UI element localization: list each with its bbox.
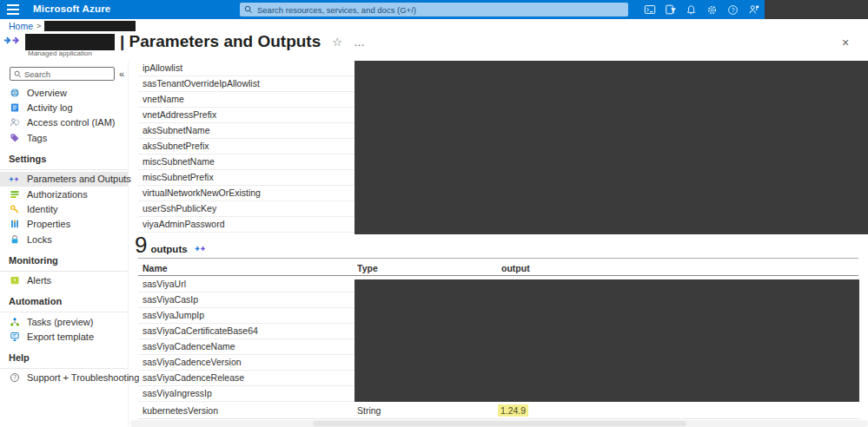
svg-text:?: ? xyxy=(732,6,735,12)
parameter-row: virtualNetworkNewOrExisting xyxy=(138,186,354,201)
search-icon xyxy=(14,66,24,82)
parameter-row: miscSubnetPrefix xyxy=(138,170,354,186)
output-row-kubernetes-version: kubernetesVersion String 1.24.9 xyxy=(138,402,859,419)
managed-application-icon xyxy=(3,33,22,51)
sidebar-section-monitoring: Monitoring xyxy=(0,247,128,269)
activity-log-icon xyxy=(9,102,20,114)
parameters-table: ipAllowlist sasTenantOverrideIpAllowlist… xyxy=(138,61,354,233)
sidebar-section-settings: Settings xyxy=(0,146,128,168)
parameter-name: virtualNetworkNewOrExisting xyxy=(142,187,261,198)
parameter-name: vnetName xyxy=(142,94,184,104)
sidebar-item-label: Access control (IAM) xyxy=(27,117,115,128)
sidebar-search-box[interactable] xyxy=(10,67,115,81)
settings-gear-icon[interactable] xyxy=(706,3,719,16)
sidebar-item-properties[interactable]: Properties xyxy=(0,217,128,232)
output-name: sasViyaIngressIp xyxy=(142,388,212,398)
tags-icon xyxy=(9,132,20,143)
locks-icon xyxy=(9,233,20,245)
output-row: sasViyaJumpIp xyxy=(138,308,354,324)
output-value-highlighted: 1.24.9 xyxy=(498,404,528,417)
divider xyxy=(138,258,858,259)
breadcrumb-home-link[interactable]: Home xyxy=(9,21,33,31)
output-name: sasViyaCaCertificateBase64 xyxy=(142,325,258,336)
parameter-row: sasTenantOverrideIpAllowlist xyxy=(138,76,354,92)
output-name: sasViyaUrl xyxy=(142,279,186,289)
parameter-row: miscSubnetName xyxy=(138,154,354,170)
sidebar-item-support-troubleshooting[interactable]: ? Support + Troubleshooting xyxy=(0,371,128,385)
sidebar-item-locks[interactable]: Locks xyxy=(0,232,128,246)
alerts-icon xyxy=(9,275,20,286)
parameter-row: userSshPublicKey xyxy=(138,201,354,217)
hamburger-menu-icon[interactable] xyxy=(7,4,19,15)
sidebar-item-alerts[interactable]: Alerts xyxy=(0,273,128,288)
sidebar-item-authorizations[interactable]: Authorizations xyxy=(0,187,128,201)
sidebar-item-label: Authorizations xyxy=(27,189,88,200)
properties-icon xyxy=(9,219,20,230)
parameter-name: sasTenantOverrideIpAllowlist xyxy=(142,78,260,89)
divider xyxy=(0,271,128,272)
feedback-icon[interactable] xyxy=(747,3,760,16)
favorite-star-icon[interactable]: ☆ xyxy=(332,36,342,48)
cloud-shell-icon[interactable] xyxy=(643,3,656,16)
sidebar-section-automation: Automation xyxy=(0,288,128,310)
topbar-icon-group: ? xyxy=(643,0,760,19)
sidebar-item-label: Alerts xyxy=(27,275,51,286)
output-row: sasViyaUrl xyxy=(138,277,354,292)
sidebar-item-label: Parameters and Outputs xyxy=(27,174,131,184)
redaction-block-resource-name xyxy=(25,34,115,50)
close-icon[interactable]: × xyxy=(842,36,849,49)
search-icon xyxy=(244,2,257,17)
sidebar-item-access-control-iam[interactable]: Access control (IAM) xyxy=(0,115,128,130)
outputs-column-header-name: Name xyxy=(142,263,168,273)
divider xyxy=(0,312,128,312)
sidebar-item-label: Export template xyxy=(27,332,94,342)
parameter-row: vnetName xyxy=(138,92,354,108)
global-search-input[interactable] xyxy=(257,5,624,15)
parameter-name: viyaAdminPassword xyxy=(142,219,225,229)
output-name: sasViyaCadenceName xyxy=(142,341,235,351)
output-row: sasViyaCadenceRelease xyxy=(138,371,354,386)
directory-filter-icon[interactable] xyxy=(664,3,677,16)
parameter-row: aksSubnetName xyxy=(138,123,354,139)
more-options-icon[interactable]: … xyxy=(354,36,365,48)
sidebar-item-tags[interactable]: Tags xyxy=(0,130,128,145)
breadcrumb-separator: > xyxy=(36,22,41,30)
svg-text:?: ? xyxy=(13,375,17,381)
output-type: String xyxy=(357,402,381,419)
sidebar-item-identity[interactable]: Identity xyxy=(0,201,128,216)
sidebar-item-overview[interactable]: Overview xyxy=(0,85,128,100)
scrollbar-thumb[interactable] xyxy=(313,421,686,426)
sidebar-item-export-template[interactable]: Export template xyxy=(0,329,128,344)
overview-icon xyxy=(9,87,20,98)
help-icon[interactable]: ? xyxy=(726,3,739,16)
access-control-icon xyxy=(9,117,20,128)
top-bar: Microsoft Azure ? xyxy=(0,0,868,19)
parameter-row: aksSubnetPrefix xyxy=(138,139,354,154)
sidebar-item-activity-log[interactable]: Activity log xyxy=(0,100,128,115)
sidebar-search-input[interactable] xyxy=(24,69,110,79)
azure-brand: Microsoft Azure xyxy=(33,3,110,14)
sidebar-section-help: Help xyxy=(0,345,128,366)
sidebar-item-label: Support + Troubleshooting xyxy=(27,372,139,383)
parameter-name: miscSubnetName xyxy=(142,156,215,167)
horizontal-scrollbar[interactable] xyxy=(130,420,868,427)
parameter-name: miscSubnetPrefix xyxy=(142,172,214,182)
redaction-block-output-values xyxy=(354,279,859,402)
output-row: sasViyaCasIp xyxy=(138,292,354,308)
notifications-bell-icon[interactable] xyxy=(685,3,698,16)
output-row: sasViyaIngressIp xyxy=(138,386,354,402)
outputs-section-header: 9 outputs xyxy=(135,233,207,256)
sidebar-item-parameters-and-outputs[interactable]: Parameters and Outputs xyxy=(0,172,128,187)
resource-menu-sidebar: « Overview Activity log Access control (… xyxy=(0,61,129,427)
output-row: sasViyaCaCertificateBase64 xyxy=(138,324,354,339)
parameter-name: ipAllowlist xyxy=(142,62,182,73)
output-name: sasViyaCadenceVersion xyxy=(142,357,242,367)
global-search-box[interactable] xyxy=(240,3,628,16)
sidebar-item-tasks-preview[interactable]: Tasks (preview) xyxy=(0,314,128,329)
sidebar-collapse-icon[interactable]: « xyxy=(119,69,124,79)
parameter-name: vnetAddressPrefix xyxy=(142,109,216,120)
sidebar-item-label: Locks xyxy=(27,234,52,245)
parameter-name: aksSubnetName xyxy=(142,125,210,135)
output-name: sasViyaCadenceRelease xyxy=(142,372,244,383)
sidebar-item-label: Tasks (preview) xyxy=(27,317,93,327)
